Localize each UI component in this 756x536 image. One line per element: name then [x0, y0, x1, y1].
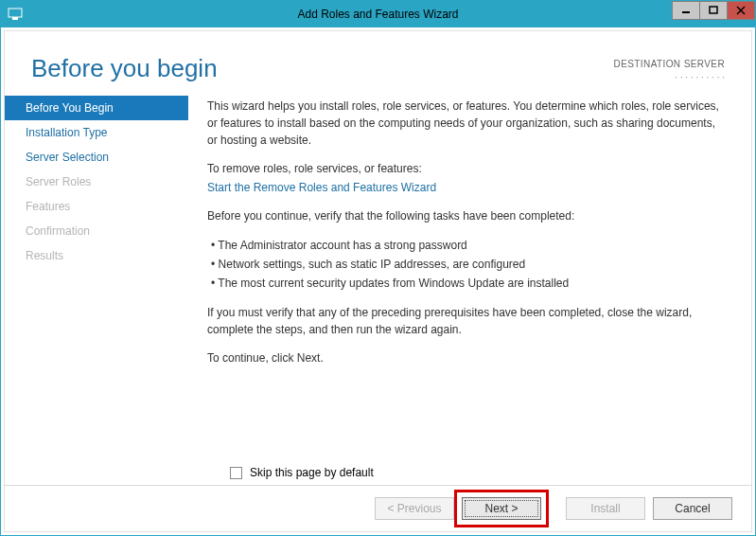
- sidebar-item-before-you-begin[interactable]: Before You Begin: [5, 96, 188, 120]
- sidebar-item-server-roles: Server Roles: [5, 170, 188, 194]
- next-button[interactable]: Next >: [462, 497, 541, 520]
- wizard-window: Add Roles and Features Wizard Before you…: [0, 0, 756, 536]
- destination-server: DESTINATION SERVER · · · · · · · · · ·: [614, 54, 725, 84]
- list-item: Network settings, such as static IP addr…: [211, 255, 727, 274]
- svg-rect-3: [710, 7, 717, 13]
- sidebar-item-confirmation: Confirmation: [5, 219, 188, 243]
- destination-name: · · · · · · · · · ·: [614, 71, 725, 84]
- sidebar: Before You Begin Installation Type Serve…: [5, 94, 188, 460]
- remove-wizard-link[interactable]: Start the Remove Roles and Features Wiza…: [207, 179, 727, 196]
- header: Before you begin DESTINATION SERVER · · …: [5, 31, 751, 94]
- svg-rect-0: [9, 9, 22, 17]
- intro-text: This wizard helps you install roles, rol…: [207, 98, 727, 149]
- skip-checkbox[interactable]: [230, 467, 242, 479]
- svg-rect-1: [12, 17, 18, 20]
- skip-label: Skip this page by default: [250, 466, 374, 479]
- main-content: This wizard helps you install roles, rol…: [188, 94, 751, 460]
- verify-text: Before you continue, verify that the fol…: [207, 207, 727, 224]
- minimize-button[interactable]: [672, 1, 700, 20]
- titlebar[interactable]: Add Roles and Features Wizard: [1, 1, 755, 27]
- sidebar-item-installation-type[interactable]: Installation Type: [5, 120, 188, 145]
- sidebar-item-features: Features: [5, 194, 188, 219]
- window-controls: [673, 1, 755, 20]
- server-manager-icon: [7, 7, 24, 22]
- close-button[interactable]: [727, 1, 755, 20]
- destination-label: DESTINATION SERVER: [614, 58, 725, 71]
- window-title: Add Roles and Features Wizard: [297, 8, 458, 21]
- prerequisites-list: The Administrator account has a strong p…: [211, 236, 727, 293]
- remove-intro: To remove roles, role services, or featu…: [207, 160, 727, 177]
- install-button: Install: [566, 497, 645, 520]
- list-item: The most current security updates from W…: [211, 274, 727, 293]
- footer: < Previous Next > Install Cancel: [5, 485, 751, 531]
- sidebar-item-server-selection[interactable]: Server Selection: [5, 145, 188, 170]
- skip-checkbox-row[interactable]: Skip this page by default: [230, 466, 751, 479]
- list-item: The Administrator account has a strong p…: [211, 236, 727, 255]
- maximize-button[interactable]: [699, 1, 728, 20]
- content: Before you begin DESTINATION SERVER · · …: [1, 27, 755, 535]
- previous-button: < Previous: [375, 497, 454, 520]
- sidebar-item-results: Results: [5, 243, 188, 268]
- continue-text: To continue, click Next.: [207, 349, 727, 366]
- page-heading: Before you begin: [31, 54, 218, 83]
- cancel-button[interactable]: Cancel: [653, 497, 732, 520]
- verify-instruction: If you must verify that any of the prece…: [207, 304, 727, 338]
